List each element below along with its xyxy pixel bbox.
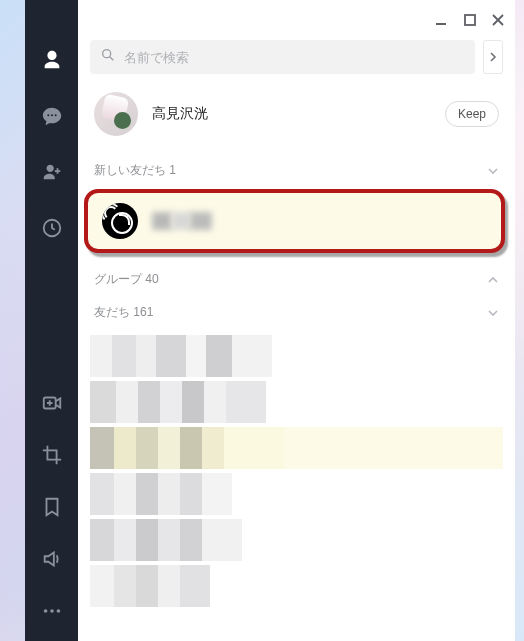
search-box[interactable] [90,40,475,74]
section-new-friends[interactable]: 新しい友だち 1 [78,154,515,187]
list-item[interactable] [90,519,503,561]
avatar [94,92,138,136]
svg-point-10 [103,50,111,58]
chevron-down-icon [487,307,499,319]
more-icon[interactable] [40,599,64,623]
svg-point-2 [54,114,56,116]
timeline-icon[interactable] [40,216,64,240]
official-account-icon [102,203,138,239]
svg-rect-9 [465,15,475,25]
titlebar [78,0,515,40]
list-item[interactable] [90,381,503,423]
search-icon [100,47,116,67]
keep-button[interactable]: Keep [445,101,499,127]
new-friend-item-highlight[interactable] [84,189,505,253]
crop-icon[interactable] [40,443,64,467]
list-item[interactable] [90,565,503,607]
search-input[interactable] [124,50,465,65]
chat-tab-icon[interactable] [40,104,64,128]
sidebar-top [40,48,64,240]
list-item[interactable] [90,335,503,377]
section-label: 友だち 161 [94,304,153,321]
friend-name-redacted [152,212,212,230]
svg-point-7 [56,609,60,613]
section-label: グループ 40 [94,271,159,288]
app-window: 高見沢洸 Keep 新しい友だち 1 グループ 40 [25,0,515,641]
maximize-button[interactable] [463,13,477,27]
chevron-down-icon [487,165,499,177]
expand-search-button[interactable] [483,40,503,74]
list-item[interactable] [90,427,503,469]
profile-name: 高見沢洸 [152,105,208,123]
sidebar-bottom [40,391,64,623]
list-item[interactable] [90,473,503,515]
search-row [78,40,515,84]
svg-point-6 [50,609,54,613]
svg-rect-8 [436,23,446,25]
svg-point-1 [50,114,52,116]
add-friend-icon[interactable] [40,160,64,184]
minimize-button[interactable] [435,13,449,27]
chevron-up-icon [487,274,499,286]
volume-icon[interactable] [40,547,64,571]
video-add-icon[interactable] [40,391,64,415]
main-panel: 高見沢洸 Keep 新しい友だち 1 グループ 40 [78,0,515,641]
friend-list [78,329,515,609]
sidebar [25,0,78,641]
section-groups[interactable]: グループ 40 [78,263,515,296]
profile-row[interactable]: 高見沢洸 Keep [78,84,515,154]
close-button[interactable] [491,13,505,27]
svg-point-0 [47,114,49,116]
friends-tab-icon[interactable] [40,48,64,72]
section-label: 新しい友だち 1 [94,162,176,179]
svg-point-5 [43,609,47,613]
section-friends[interactable]: 友だち 161 [78,296,515,329]
bookmark-icon[interactable] [40,495,64,519]
